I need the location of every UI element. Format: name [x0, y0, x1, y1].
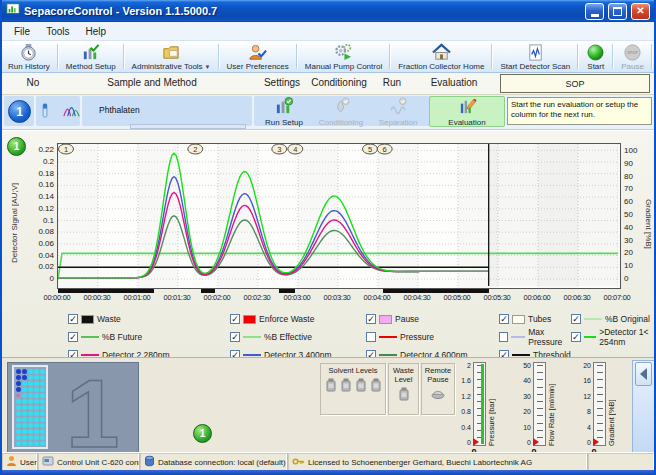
fraction-rack-view[interactable]: + 1 — [7, 362, 139, 453]
minimize-button[interactable] — [585, 3, 604, 20]
sample-queue-row[interactable]: 1 Phthalaten Run SetupConditioningSepara… — [2, 95, 654, 130]
chromatogram-plot[interactable]: 123456 — [57, 143, 621, 289]
y-axis-tick: 0 — [22, 274, 54, 283]
instrument-icon — [42, 455, 54, 469]
step-run-setup-button[interactable]: Run Setup — [257, 96, 311, 127]
rack-tube — [40, 429, 45, 434]
group-waste-level: Waste Level — [388, 363, 419, 415]
window-title: SepacoreControl - Version 1.1.5000.7 — [24, 5, 581, 17]
admin-tools-icon — [162, 43, 181, 62]
y-axis-tick: 0.22 — [22, 145, 54, 154]
rack-tube — [22, 429, 27, 434]
gauge-scale — [533, 362, 546, 446]
rack-tube — [40, 393, 45, 398]
gauge-tick-label: 0 — [467, 439, 471, 446]
right-axis-tick: 40 — [624, 223, 644, 232]
menu-tools[interactable]: Tools — [38, 25, 77, 38]
rack-tube — [34, 393, 39, 398]
rack-number-outline: 1 — [50, 363, 138, 454]
x-axis-tick: 00:03:30 — [315, 293, 359, 302]
chevron-left-icon — [640, 368, 647, 380]
status-text: User: — [20, 458, 38, 467]
legend-color-swatch — [584, 318, 602, 320]
rack-tube — [40, 369, 45, 374]
legend-checkbox[interactable]: ✓ — [571, 332, 581, 342]
step-button-label: Separation — [379, 118, 418, 127]
menu-help[interactable]: Help — [77, 25, 114, 38]
gauge-label: Flow Rate [ml/min] — [547, 362, 556, 446]
group-remote-pause: Remote Pause — [421, 363, 455, 415]
step-evaluation-button[interactable]: Evaluation — [429, 96, 505, 127]
waste-interval-bar — [383, 289, 488, 293]
status-text: Control Unit C-620 connected — [57, 458, 140, 467]
waste-interval-bar — [58, 289, 154, 293]
rack-tube — [28, 429, 33, 434]
toolbar-manual-pump-control-button[interactable]: Manual Pump Control — [299, 41, 388, 72]
toolbar-run-history-button[interactable]: Run History — [2, 41, 56, 72]
rack-tube — [28, 405, 33, 410]
legend-checkbox[interactable]: ✓ — [230, 332, 240, 342]
queue-mini-scrollbar[interactable] — [130, 124, 246, 129]
legend-checkbox[interactable]: ✓ — [499, 314, 509, 324]
legend-checkbox[interactable]: ✓ — [68, 332, 78, 342]
pedal-icon — [431, 387, 445, 401]
group-label: Remote Pause — [422, 366, 454, 384]
gauge-tick-label: 0.8 — [461, 408, 471, 415]
rack-tube — [28, 369, 33, 374]
gauge-flow-rate-ml-min-: 50403020100Flow Rate [ml/min] — [517, 362, 556, 446]
x-axis-tick: 00:06:00 — [515, 293, 559, 302]
toolbar-user-preferences-button[interactable]: User Preferences — [221, 41, 295, 72]
toolbar-administrative-tools-button[interactable]: Administrative Tools▼ — [126, 41, 217, 72]
gauge-tick-label: 40 — [523, 377, 531, 384]
detector-scan-icon — [526, 43, 545, 62]
legend-checkbox[interactable]: ✓ — [230, 314, 240, 324]
gauge-range-strip — [481, 364, 484, 444]
close-button[interactable]: ✕ — [631, 3, 650, 20]
rack-tube — [40, 423, 45, 428]
y-axis-tick: 0.02 — [22, 262, 54, 271]
gauge-tick-label: 16 — [583, 377, 591, 384]
toolbar-start-button[interactable]: Start — [580, 41, 611, 72]
legend-color-swatch — [379, 336, 397, 338]
rack-tube — [40, 411, 45, 416]
right-axis-label: Gradient [%B] — [644, 169, 653, 279]
bottle-icon — [355, 378, 367, 394]
menu-file[interactable]: File — [6, 25, 38, 38]
toolbar-start-detector-scan-button[interactable]: Start Detector Scan — [494, 41, 576, 72]
rack-position-marker: + — [16, 393, 21, 398]
legend-checkbox[interactable]: ✓ — [68, 314, 78, 324]
gauge-scale — [473, 362, 486, 446]
sop-button[interactable]: SOP — [500, 74, 650, 93]
rack-tube — [34, 381, 39, 386]
tube-rack: + — [12, 365, 48, 449]
legend-checkbox[interactable]: ✓ — [571, 314, 581, 324]
status-segment-1: Control Unit C-620 connected — [38, 453, 140, 471]
group-solvent-levels: Solvent Levels — [320, 363, 386, 415]
rack-tube — [22, 423, 27, 428]
collector-panel: + 1 1 Solvent LevelsWaste LevelRemote Pa… — [2, 357, 654, 458]
rack-tube — [16, 441, 21, 446]
gauge-tick-label: 0.4 — [461, 424, 471, 431]
toolbar-method-setup-button[interactable]: Method Setup — [60, 41, 122, 72]
toolbar-separator — [57, 44, 59, 69]
legend-checkbox[interactable] — [366, 332, 376, 342]
legend-label: Enforce Waste — [259, 314, 314, 324]
x-axis-tick: 00:07:00 — [595, 293, 639, 302]
rack-tube — [40, 387, 45, 392]
legend-checkbox[interactable] — [499, 332, 508, 342]
legend-checkbox[interactable]: ✓ — [366, 314, 376, 324]
key-icon — [292, 456, 305, 469]
chromatogram-svg: 123456 — [58, 144, 618, 286]
x-axis-tick: 00:01:30 — [155, 293, 199, 302]
toolbar-button-label: Run History — [8, 62, 50, 71]
rack-tube — [34, 405, 39, 410]
collapse-panel-button[interactable] — [635, 362, 652, 386]
legend-item--b-effective: ✓%B Effective — [230, 327, 366, 347]
column-header-evaluation: Evaluation — [431, 77, 478, 88]
right-axis-tick: 100 — [624, 146, 644, 155]
legend-color-swatch — [512, 354, 530, 356]
maximize-button[interactable] — [608, 3, 627, 20]
toolbar-fraction-collector-home-button[interactable]: Fraction Collector Home — [392, 41, 490, 72]
rack-tube — [22, 417, 27, 422]
toolbar-button-label: Start Detector Scan — [500, 62, 570, 71]
